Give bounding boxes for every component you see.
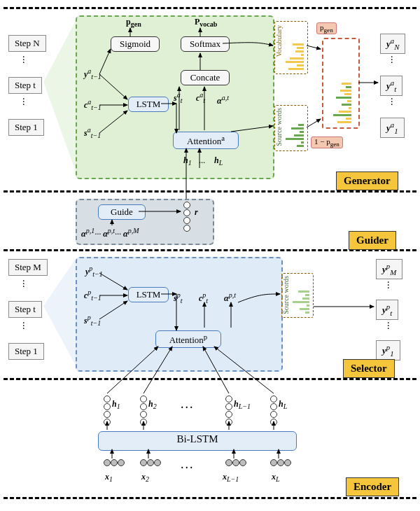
sel-step-t: Step t — [8, 301, 42, 318]
enc-x1: x1 — [105, 472, 113, 483]
gen-st: sat — [174, 91, 182, 104]
enc-x2-circ — [140, 459, 161, 466]
enc-x1-circ — [104, 459, 125, 466]
sel-out-yt: ypt — [376, 300, 398, 320]
concate-block: Concate — [181, 70, 230, 85]
vocab-bars — [286, 22, 304, 70]
svg-line-12 — [307, 46, 321, 49]
enc-h-dots: ··· — [181, 400, 195, 415]
sel-out-y1: yp1 — [376, 340, 400, 360]
enc-hLm1: hL−1 — [234, 399, 251, 410]
pgen-label: pgen — [126, 17, 141, 28]
enc-h1: h1 — [112, 399, 120, 410]
gen-sprev: sat−1 — [84, 126, 101, 139]
pvocab-label: Pvocab — [195, 17, 217, 28]
enc-x2: x2 — [141, 472, 149, 483]
gen-step-dots-bot: ··· — [22, 98, 25, 106]
guider-label: Guider — [349, 231, 396, 250]
gen-hmid-dots: ··· — [199, 158, 205, 168]
sel-source-bars — [293, 277, 309, 314]
architecture-diagram: Step N ··· Step t ··· Step 1 pgen Pvocab… — [0, 0, 420, 511]
gen-alpha: αa,t — [217, 94, 229, 106]
softmax-block: Softmax — [181, 36, 230, 52]
gen-out-dots2: ··· — [391, 98, 393, 106]
enc-h2: h2 — [148, 399, 157, 410]
sel-source-label: Source words — [282, 276, 290, 314]
sel-out-dots2: ··· — [387, 322, 390, 330]
guider-seq: αp,1··· αp,t··· αp,M — [81, 227, 139, 239]
enc-x-dots: ··· — [181, 461, 195, 475]
sel-st: spt — [174, 291, 182, 304]
sel-step-1: Step 1 — [8, 343, 44, 360]
selector-panel — [76, 257, 283, 372]
gen-step-dots-top: ··· — [22, 56, 25, 64]
bilstm-block: Bi-LSTM — [98, 431, 297, 451]
selector-attention-block: Attentionp — [155, 330, 221, 348]
sel-out-dots1: ··· — [387, 281, 390, 290]
gen-source-label: Source words — [275, 108, 283, 146]
generator-lstm-block: LSTM — [128, 97, 169, 112]
guide-block: Guide — [98, 204, 146, 220]
sel-sprev: spt−1 — [84, 314, 101, 327]
gen-step-1: Step 1 — [8, 119, 44, 136]
svg-line-13 — [307, 119, 321, 127]
gen-hL: hL — [214, 155, 223, 167]
sel-step-M: Step M — [8, 259, 48, 276]
separator-selector-bottom — [4, 378, 416, 380]
gen-out-yt: yat — [380, 76, 402, 96]
generator-label: Generator — [336, 172, 398, 190]
gen-ct: cat — [196, 91, 205, 104]
enc-xL-circ — [270, 459, 291, 466]
enc-xL: xL — [272, 472, 280, 483]
r-circles — [183, 202, 190, 232]
gen-h1: h1 — [183, 155, 192, 167]
gen-out-y1: ya1 — [380, 118, 405, 138]
enc-hL: hL — [279, 399, 287, 410]
separator-top — [4, 7, 416, 9]
separator-encoder-bottom — [4, 497, 416, 499]
gen-step-N: Step N — [8, 35, 46, 52]
selector-label: Selector — [343, 359, 395, 378]
vocab-label: Vocabulary — [275, 25, 283, 57]
gen-step-t: Step t — [8, 77, 42, 94]
sel-step-dots-bot: ··· — [22, 322, 25, 330]
sel-cprev: cpt−1 — [84, 288, 102, 302]
encoder-label: Encoder — [346, 477, 399, 496]
sel-step-dots-top: ··· — [22, 280, 25, 288]
selector-lstm-block: LSTM — [128, 287, 169, 302]
r-label: r — [195, 207, 198, 218]
gen-yprev: yat−1 — [84, 67, 102, 80]
sel-yprev: ypt−1 — [85, 265, 103, 278]
enc-hL-circ — [270, 396, 277, 426]
one-minus-pgen-box: 1 − pgen — [311, 136, 343, 148]
enc-h1-circ — [104, 396, 111, 426]
enc-h2-circ — [140, 396, 147, 426]
enc-xLm1: xL−1 — [223, 472, 239, 483]
sel-alpha: αp,t — [224, 291, 236, 304]
gen-source-bars — [286, 109, 304, 147]
mixed-bars — [333, 42, 351, 123]
pgen-weight-box: pgen — [316, 22, 337, 34]
gen-out-dots1: ··· — [391, 56, 393, 64]
enc-hLm1-circ — [225, 396, 232, 426]
sigmoid-block: Sigmoid — [111, 36, 160, 52]
sel-out-yM: ypM — [376, 259, 402, 279]
enc-xLm1-circ — [225, 459, 246, 466]
separator-gen-bottom — [4, 190, 416, 192]
gen-cprev: cat−1 — [84, 98, 102, 111]
generator-attention-block: Attentiona — [173, 132, 239, 149]
sel-ct: cpt — [199, 291, 208, 304]
gen-out-yN: yaN — [380, 34, 405, 54]
